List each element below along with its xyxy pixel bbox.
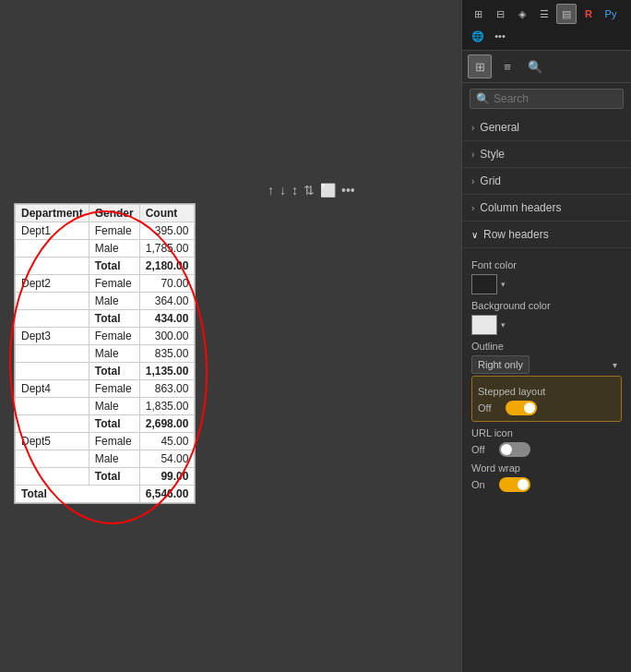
bg-color-swatch[interactable] <box>471 315 497 335</box>
toolbar-icon-1[interactable]: ⊞ <box>468 4 488 24</box>
cell-count: 300.00 <box>139 328 195 345</box>
table-row: Total2,180.00 <box>16 258 195 275</box>
word-wrap-on-label: On <box>471 479 492 490</box>
cell-count: 70.00 <box>139 275 195 293</box>
bg-color-label: Background color <box>471 300 622 311</box>
table-row: Dept5Female45.00 <box>16 433 195 450</box>
cell-dept <box>16 345 89 363</box>
sort2-icon[interactable]: ⇅ <box>304 183 315 198</box>
cell-gender: Total <box>89 415 139 433</box>
outline-label: Outline <box>471 341 622 352</box>
outline-dropdown-wrapper: Right only All None Left only <box>471 355 622 374</box>
arrow-down-icon[interactable]: ↓ <box>280 183 286 198</box>
font-color-dropdown-arrow[interactable]: ▾ <box>501 280 506 289</box>
word-wrap-toggle[interactable] <box>499 477 530 492</box>
cell-gender: Female <box>89 433 139 450</box>
frame-icon[interactable]: ⬜ <box>320 183 336 198</box>
top-toolbar: ⊞ ⊟ ◈ ☰ ▤ R Py 🌐 ••• <box>462 0 631 51</box>
col-header-count: Count <box>139 205 195 222</box>
word-wrap-label: Word wrap <box>471 462 622 474</box>
table-row: Total6,546.00 <box>16 486 195 503</box>
toolbar-icon-more2[interactable]: ••• <box>490 26 510 46</box>
search-input[interactable] <box>494 92 617 105</box>
sub-toolbar-analytics[interactable]: 🔍 <box>523 54 547 78</box>
data-table: Department Gender Count Dept1Female395.0… <box>14 203 196 504</box>
toolbar-icon-2[interactable]: ⊟ <box>490 4 510 24</box>
cell-gender: Total <box>89 310 139 328</box>
row-headers-content: Font color ▾ Background color ▾ Outline … <box>462 248 631 499</box>
section-row-headers[interactable]: ∨ Row headers <box>462 222 631 248</box>
toolbar-icon-py[interactable]: Py <box>601 4 621 24</box>
section-column-headers-label: Column headers <box>480 201 561 214</box>
outline-dropdown[interactable]: Right only All None Left only <box>471 355 530 374</box>
cell-count: 6,546.00 <box>139 486 195 503</box>
table-row: Total99.00 <box>16 468 195 486</box>
stepped-layout-toggle[interactable] <box>506 401 537 415</box>
toolbar-icon-3[interactable]: ◈ <box>512 4 532 24</box>
right-panel: ⊞ ⊟ ◈ ☰ ▤ R Py 🌐 ••• ⊞ ≡ 🔍 🔍 › General ›… <box>461 0 631 672</box>
chevron-style: › <box>471 150 474 160</box>
sort-icon[interactable]: ↕ <box>292 183 298 198</box>
canvas-area: ↑ ↓ ↕ ⇅ ⬜ ••• Department Gender Count De… <box>0 0 461 672</box>
url-icon-toggle-row: Off <box>471 442 622 457</box>
section-column-headers[interactable]: › Column headers <box>462 195 631 222</box>
table-row: Total2,698.00 <box>16 415 195 433</box>
cell-count: 835.00 <box>139 345 195 363</box>
cell-count: 2,698.00 <box>139 415 195 433</box>
cell-dept <box>16 258 89 275</box>
cell-gender: Female <box>89 380 139 398</box>
arrow-up-icon[interactable]: ↑ <box>268 183 274 198</box>
section-general[interactable]: › General <box>462 114 631 141</box>
toolbar-icon-4[interactable]: ☰ <box>534 4 554 24</box>
stepped-layout-section: Stepped layout Off <box>471 376 622 422</box>
section-general-label: General <box>480 121 519 134</box>
more-icon[interactable]: ••• <box>341 183 355 198</box>
stepped-layout-knob <box>524 402 535 414</box>
word-wrap-toggle-row: On <box>471 477 622 492</box>
cell-dept <box>16 398 89 415</box>
cell-count: 1,835.00 <box>139 398 195 415</box>
table-row: Male364.00 <box>16 293 195 310</box>
cell-gender: Total <box>89 363 139 380</box>
chevron-general: › <box>471 123 474 133</box>
section-grid[interactable]: › Grid <box>462 168 631 195</box>
col-header-gender: Gender <box>89 205 139 222</box>
toolbar-icon-5[interactable]: ▤ <box>556 4 577 24</box>
cell-dept <box>16 363 89 380</box>
cell-count: 2,180.00 <box>139 258 195 275</box>
search-icon: 🔍 <box>476 92 490 105</box>
cell-gender: Female <box>89 328 139 345</box>
cell-count: 54.00 <box>139 450 195 468</box>
section-style-label: Style <box>480 148 505 161</box>
table-row: Dept1Female395.00 <box>16 222 195 240</box>
cell-dept <box>16 415 89 433</box>
table-row: Male1,835.00 <box>16 398 195 415</box>
cell-count: 1,785.00 <box>139 240 195 258</box>
sub-toolbar-fields[interactable]: ≡ <box>495 54 519 78</box>
toolbar-icon-globe[interactable]: 🌐 <box>468 26 488 46</box>
canvas-toolbar: ↑ ↓ ↕ ⇅ ⬜ ••• <box>268 183 355 198</box>
sub-toolbar: ⊞ ≡ 🔍 <box>462 51 631 83</box>
url-icon-off-label: Off <box>471 444 492 455</box>
word-wrap-knob <box>518 479 529 490</box>
bg-color-dropdown-arrow[interactable]: ▾ <box>501 320 506 330</box>
sub-toolbar-format[interactable]: ⊞ <box>468 54 492 78</box>
url-icon-toggle[interactable] <box>499 442 530 457</box>
table-row: Male1,785.00 <box>16 240 195 258</box>
cell-count: 99.00 <box>139 468 195 486</box>
cell-gender: Total <box>89 468 139 486</box>
cell-gender: Male <box>89 345 139 363</box>
search-box[interactable]: 🔍 <box>470 89 624 109</box>
font-color-swatch[interactable] <box>471 274 497 294</box>
chevron-column-headers: › <box>471 203 474 213</box>
table-row: Dept2Female70.00 <box>16 275 195 293</box>
cell-dept <box>16 240 89 258</box>
section-style[interactable]: › Style <box>462 141 631 168</box>
cell-dept: Dept2 <box>16 275 89 293</box>
cell-count: 434.00 <box>139 310 195 328</box>
cell-dept: Total <box>16 486 140 503</box>
cell-count: 364.00 <box>139 293 195 310</box>
toolbar-icon-r[interactable]: R <box>578 4 599 24</box>
url-icon-knob <box>501 444 512 455</box>
cell-dept <box>16 450 89 468</box>
